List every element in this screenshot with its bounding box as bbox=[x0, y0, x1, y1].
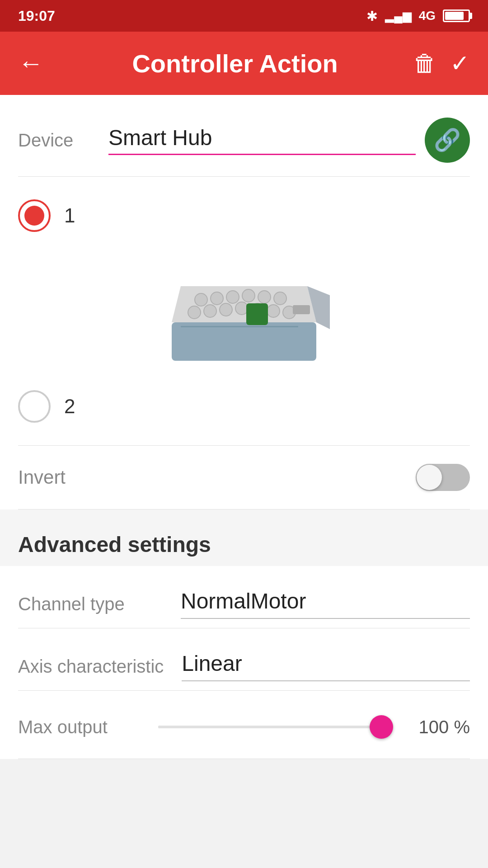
invert-toggle[interactable] bbox=[416, 464, 470, 491]
app-bar-actions: 🗑 ✓ bbox=[413, 50, 470, 77]
svg-rect-0 bbox=[172, 322, 316, 361]
page-title: Controller Action bbox=[57, 49, 413, 78]
device-link-button[interactable]: 🔗 bbox=[425, 118, 470, 163]
status-icons: ✱ ▂▄▆ 4G bbox=[366, 8, 470, 24]
battery-icon bbox=[443, 9, 470, 22]
channel-type-row: Channel type NormalMotor bbox=[0, 566, 488, 628]
invert-label: Invert bbox=[18, 467, 66, 488]
radio-item-1[interactable]: 1 bbox=[18, 190, 470, 241]
hub-image bbox=[158, 250, 330, 368]
svg-point-9 bbox=[188, 306, 201, 319]
status-bar: 19:07 ✱ ▂▄▆ 4G bbox=[0, 0, 488, 32]
status-time: 19:07 bbox=[18, 8, 55, 24]
device-value[interactable]: Smart Hub bbox=[108, 125, 416, 155]
channel-type-value-container: NormalMotor bbox=[181, 589, 470, 619]
svg-point-4 bbox=[211, 292, 223, 305]
app-bar: ← Controller Action 🗑 ✓ bbox=[0, 32, 488, 95]
slider-thumb[interactable] bbox=[370, 715, 393, 739]
main-content: Device Smart Hub 🔗 1 bbox=[0, 95, 488, 759]
slider-fill bbox=[158, 726, 393, 728]
channel-type-label: Channel type bbox=[18, 594, 163, 619]
svg-rect-18 bbox=[181, 326, 298, 327]
svg-rect-17 bbox=[293, 305, 310, 314]
slider-container bbox=[158, 713, 393, 741]
svg-rect-16 bbox=[246, 303, 268, 325]
svg-point-3 bbox=[195, 293, 207, 306]
advanced-settings-section: Advanced settings bbox=[0, 509, 488, 566]
radio-label-2: 2 bbox=[64, 395, 75, 418]
delete-button[interactable]: 🗑 bbox=[413, 50, 436, 77]
max-output-section: Max output 100 % bbox=[0, 691, 488, 759]
signal-icon: ▂▄▆ bbox=[385, 9, 411, 23]
4g-icon: 4G bbox=[419, 9, 436, 23]
axis-value[interactable]: Linear bbox=[182, 651, 470, 681]
max-output-label: Max output bbox=[18, 717, 145, 737]
device-label: Device bbox=[18, 130, 99, 151]
max-output-row: Max output 100 % bbox=[0, 691, 488, 759]
device-value-container: Smart Hub bbox=[108, 125, 416, 155]
radio-circle-2[interactable] bbox=[18, 390, 51, 423]
axis-value-container: Linear bbox=[182, 651, 470, 681]
radio-circle-1[interactable] bbox=[18, 199, 51, 232]
link-icon: 🔗 bbox=[434, 127, 461, 153]
axis-section: Axis characteristic Linear bbox=[0, 628, 488, 691]
hub-image-container bbox=[18, 241, 470, 381]
svg-point-8 bbox=[274, 292, 286, 305]
radio-item-2[interactable]: 2 bbox=[18, 381, 470, 432]
divider-6 bbox=[18, 759, 470, 759]
axis-row: Axis characteristic Linear bbox=[0, 628, 488, 690]
back-button[interactable]: ← bbox=[18, 51, 43, 76]
svg-point-11 bbox=[220, 303, 232, 316]
svg-point-10 bbox=[204, 305, 216, 317]
svg-point-5 bbox=[226, 291, 239, 303]
confirm-button[interactable]: ✓ bbox=[450, 50, 470, 77]
advanced-settings-header: Advanced settings bbox=[0, 509, 488, 566]
axis-label: Axis characteristic bbox=[18, 656, 164, 681]
device-section: Device Smart Hub 🔗 1 bbox=[0, 95, 488, 509]
svg-point-6 bbox=[242, 289, 255, 302]
max-output-value: 100 % bbox=[407, 717, 470, 737]
svg-point-7 bbox=[258, 291, 271, 303]
radio-label-1: 1 bbox=[64, 204, 75, 227]
device-row: Device Smart Hub 🔗 bbox=[0, 95, 488, 176]
port-selection: 1 bbox=[0, 177, 488, 445]
svg-point-12 bbox=[235, 302, 248, 315]
channel-type-section: Channel type NormalMotor bbox=[0, 566, 488, 628]
invert-row: Invert bbox=[0, 446, 488, 509]
bluetooth-icon: ✱ bbox=[366, 8, 378, 24]
channel-type-value[interactable]: NormalMotor bbox=[181, 589, 470, 619]
slider-track bbox=[158, 726, 393, 728]
toggle-knob bbox=[417, 465, 442, 490]
svg-point-14 bbox=[267, 305, 280, 317]
